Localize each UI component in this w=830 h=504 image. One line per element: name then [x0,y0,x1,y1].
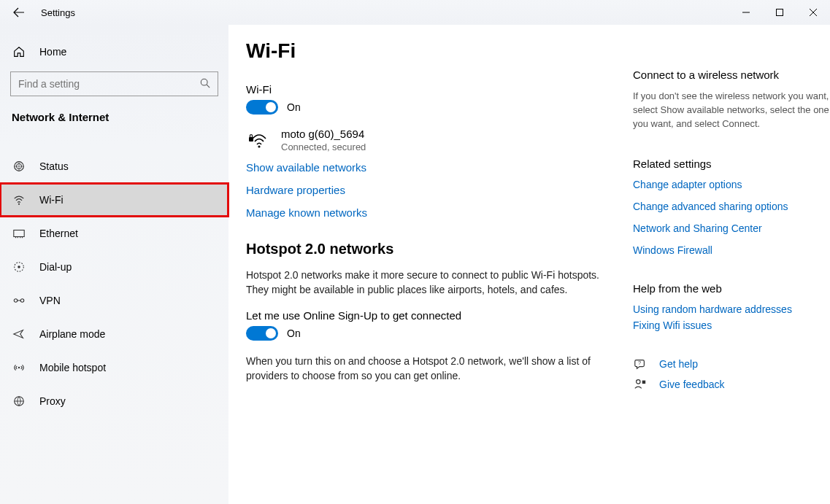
help-link-hwaddr[interactable]: Using random hardware addresses [633,303,830,315]
airplane-icon [12,327,26,341]
nav-item-wifi[interactable]: Wi-Fi [0,183,228,217]
maximize-icon [776,9,783,16]
nav-label: Wi-Fi [39,194,64,206]
connect-heading: Connect to a wireless network [633,69,830,81]
network-name: moto g(60)_5694 [281,128,366,140]
nav-item-vpn[interactable]: VPN [0,284,228,317]
help-heading: Help from the web [633,282,830,295]
svg-rect-0 [777,9,783,16]
search-icon [200,78,210,90]
nav-label: Airplane mode [39,328,105,340]
give-feedback-row[interactable]: Give feedback [633,378,830,391]
svg-point-6 [18,265,20,268]
hotspot-body-1: Hotspot 2.0 networks make it more secure… [246,268,618,298]
svg-point-1 [201,79,207,85]
nav-item-status[interactable]: Status [0,150,228,183]
dialup-icon [12,260,26,274]
hotspot-icon [12,361,26,374]
home-label: Home [39,46,66,58]
minimize-icon [742,9,750,16]
related-link-sharing[interactable]: Change advanced sharing options [633,201,830,212]
related-link-adapter[interactable]: Change adapter options [633,179,830,190]
back-arrow-icon [13,7,25,18]
show-available-networks-link[interactable]: Show available networks [246,161,618,174]
svg-point-3 [18,203,20,205]
network-status: Connected, secured [281,141,366,152]
svg-point-14 [637,379,640,383]
nav-item-hotspot[interactable]: Mobile hotspot [0,351,228,384]
hotspot-heading: Hotspot 2.0 networks [246,241,618,257]
proxy-icon [12,395,26,408]
close-icon [810,9,817,16]
hardware-properties-link[interactable]: Hardware properties [246,184,618,196]
help-link-wifi-issues[interactable]: Fixing Wifi issues [633,319,830,331]
get-help-link[interactable]: Get help [659,358,698,370]
hotspot-body-2: When you turn this on and choose a Hotsp… [246,354,618,384]
content-area: Wi-Fi Wi-Fi On moto g(60)_5694 Co [228,25,830,504]
minimize-button[interactable] [729,1,763,24]
nav-label: Dial-up [39,261,72,273]
get-help-icon: ? [633,357,648,371]
close-button[interactable] [796,1,830,24]
page-heading: Wi-Fi [246,39,618,63]
give-feedback-link[interactable]: Give feedback [659,379,725,390]
nav-list: Status Wi-Fi Ethernet Dial-up [0,150,228,418]
svg-point-8 [20,299,24,303]
nav-item-ethernet[interactable]: Ethernet [0,217,228,250]
get-help-row[interactable]: ? Get help [633,357,830,371]
search-input[interactable] [18,78,200,90]
related-heading: Related settings [633,158,830,170]
current-network[interactable]: moto g(60)_5694 Connected, secured [246,128,618,152]
svg-point-9 [18,367,20,368]
wifi-icon [12,193,26,206]
wifi-section-label: Wi-Fi [246,83,618,96]
nav-item-proxy[interactable]: Proxy [0,384,228,418]
home-button[interactable]: Home [0,38,228,66]
maximize-button[interactable] [763,1,796,24]
wifi-toggle[interactable] [246,100,278,115]
nav-label: Mobile hotspot [39,362,106,373]
feedback-icon [633,378,648,391]
main-column: Wi-Fi Wi-Fi On moto g(60)_5694 Co [246,39,618,504]
home-icon [12,45,26,58]
connect-body: If you don't see the wireless network yo… [633,90,830,131]
related-link-netcenter[interactable]: Network and Sharing Center [633,222,830,234]
right-column: Connect to a wireless network If you don… [633,39,830,504]
search-box[interactable] [10,71,218,96]
nav-item-dialup[interactable]: Dial-up [0,250,228,284]
nav-label: Ethernet [39,228,78,239]
signup-toggle-state: On [287,327,301,339]
signup-toggle[interactable] [246,326,278,341]
wifi-secured-icon [246,128,269,151]
ethernet-icon [12,227,26,240]
wifi-toggle-state: On [287,101,301,113]
svg-point-11 [258,145,260,147]
titlebar: Settings [0,0,830,25]
nav-label: Status [39,160,69,172]
nav-label: Proxy [39,395,66,407]
svg-rect-4 [14,230,24,237]
svg-point-7 [14,299,18,303]
related-link-firewall[interactable]: Windows Firewall [633,244,830,256]
svg-rect-12 [249,137,253,141]
svg-text:?: ? [638,359,641,365]
manage-known-networks-link[interactable]: Manage known networks [246,206,618,219]
category-heading: Network & Internet [0,106,228,131]
status-icon [12,160,26,173]
sidebar: Home Network & Internet Status Wi-Fi [0,25,228,504]
back-button[interactable] [7,1,31,24]
vpn-icon [12,294,26,307]
nav-label: VPN [39,295,61,306]
nav-item-airplane[interactable]: Airplane mode [0,317,228,351]
window-title: Settings [41,7,75,18]
signup-label: Let me use Online Sign-Up to get connect… [246,309,618,322]
